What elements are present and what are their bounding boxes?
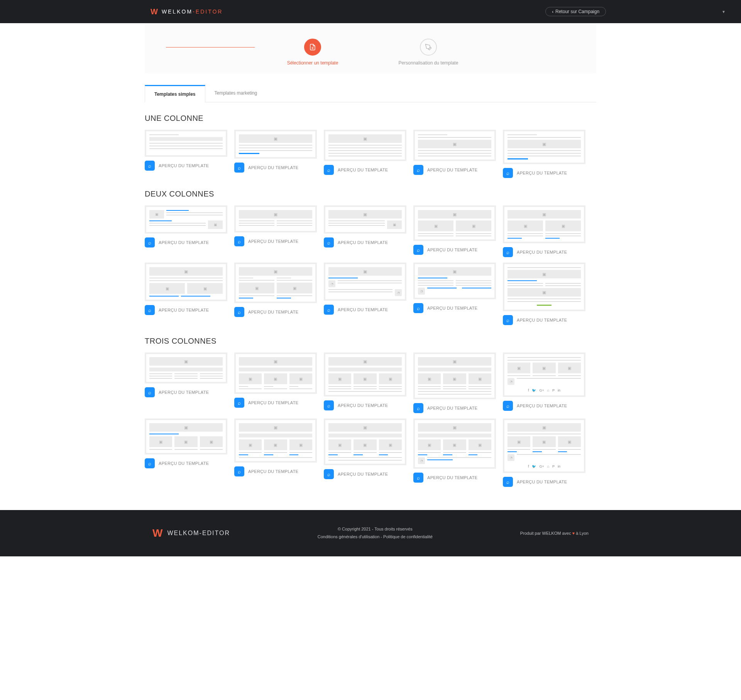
preview-label[interactable]: APERÇU DU TEMPLATE bbox=[248, 400, 298, 405]
preview-button[interactable]: ⌕ bbox=[413, 165, 423, 175]
template-thumbnail[interactable]: ▣ ▣ bbox=[503, 263, 585, 311]
preview-button[interactable]: ⌕ bbox=[234, 398, 244, 408]
preview-button[interactable]: ⌕ bbox=[145, 458, 155, 468]
preview-label[interactable]: APERÇU DU TEMPLATE bbox=[427, 306, 477, 310]
preview-button[interactable]: ⌕ bbox=[145, 387, 155, 397]
image-placeholder-icon: ▣ bbox=[328, 267, 402, 276]
template-thumbnail[interactable]: ▣ ▣▣▣ bbox=[324, 419, 406, 465]
template-thumbnail[interactable]: ▣ ◔ bbox=[413, 263, 496, 299]
image-placeholder-icon: ▣ bbox=[239, 267, 312, 276]
template-thumbnail[interactable]: ▣ bbox=[234, 205, 317, 232]
template-thumbnail[interactable]: ▣ bbox=[413, 130, 496, 161]
template-thumbnail[interactable]: ▣ ▣ bbox=[324, 205, 406, 234]
template-thumbnail[interactable]: ▣ ▣▣▣ ◔ f🐦G+⌂Pin bbox=[503, 419, 585, 473]
preview-button[interactable]: ⌕ bbox=[324, 237, 334, 247]
preview-button[interactable]: ⌕ bbox=[324, 165, 334, 175]
preview-label[interactable]: APERÇU DU TEMPLATE bbox=[159, 308, 209, 312]
image-placeholder-icon: ▣ bbox=[354, 439, 376, 450]
tab-templates-marketing[interactable]: Templates marketing bbox=[205, 85, 267, 102]
preview-button[interactable]: ⌕ bbox=[413, 403, 423, 413]
template-thumbnail[interactable]: ▣ bbox=[503, 130, 585, 164]
preview-label[interactable]: APERÇU DU TEMPLATE bbox=[517, 318, 567, 322]
image-placeholder-icon: ▣ bbox=[208, 220, 223, 229]
app-header: W WELKOM-EDITOR ‹‹ Retour sur Campaign ▼ bbox=[0, 0, 741, 23]
footer-privacy-link[interactable]: Politique de confidentialité bbox=[383, 534, 433, 539]
preview-button[interactable]: ⌕ bbox=[503, 168, 513, 178]
template-thumbnail[interactable]: ▣ ▣▣ bbox=[145, 263, 227, 301]
template-thumbnail[interactable]: ▣ bbox=[234, 130, 317, 159]
preview-label[interactable]: APERÇU DU TEMPLATE bbox=[159, 461, 209, 466]
preview-button[interactable]: ⌕ bbox=[145, 305, 155, 315]
preview-label[interactable]: APERÇU DU TEMPLATE bbox=[338, 403, 388, 408]
preview-button[interactable]: ⌕ bbox=[324, 469, 334, 479]
avatar-icon: ◔ bbox=[508, 454, 514, 461]
tab-templates-simples[interactable]: Templates simples bbox=[145, 85, 205, 102]
image-placeholder-icon: ▣ bbox=[239, 423, 312, 432]
preview-label[interactable]: APERÇU DU TEMPLATE bbox=[338, 168, 388, 172]
template-thumbnail[interactable]: ▣ ▣▣ bbox=[234, 263, 317, 303]
preview-button[interactable]: ⌕ bbox=[413, 245, 423, 255]
preview-label[interactable]: APERÇU DU TEMPLATE bbox=[248, 469, 298, 474]
preview-label[interactable]: APERÇU DU TEMPLATE bbox=[248, 165, 298, 170]
template-thumbnail[interactable]: ▣ ▣▣▣ bbox=[234, 419, 317, 463]
footer-terms-link[interactable]: Conditions générales d'utilisation bbox=[318, 534, 379, 539]
preview-button[interactable]: ⌕ bbox=[503, 315, 513, 325]
template-thumbnail[interactable] bbox=[145, 130, 227, 157]
preview-label[interactable]: APERÇU DU TEMPLATE bbox=[517, 480, 567, 484]
template-thumbnail[interactable]: ▣ bbox=[145, 353, 227, 383]
return-campaign-button[interactable]: ‹‹ Retour sur Campaign bbox=[545, 7, 606, 16]
preview-button[interactable]: ⌕ bbox=[145, 161, 155, 171]
preview-button[interactable]: ⌕ bbox=[324, 305, 334, 315]
template-thumbnail[interactable]: ▣ bbox=[324, 130, 406, 161]
preview-label[interactable]: APERÇU DU TEMPLATE bbox=[427, 475, 477, 480]
preview-button[interactable]: ⌕ bbox=[234, 466, 244, 476]
image-placeholder-icon: ▣ bbox=[418, 439, 441, 450]
template-card: ▣ ▣▣▣ ⌕ APERÇU DU TEMPLATE bbox=[413, 353, 496, 413]
preview-label[interactable]: APERÇU DU TEMPLATE bbox=[159, 163, 209, 168]
preview-button[interactable]: ⌕ bbox=[413, 473, 423, 483]
preview-button[interactable]: ⌕ bbox=[503, 477, 513, 487]
image-placeholder-icon: ▣ bbox=[200, 436, 223, 447]
template-thumbnail[interactable]: ▣ ▣ bbox=[145, 205, 227, 234]
preview-label[interactable]: APERÇU DU TEMPLATE bbox=[517, 403, 567, 408]
template-thumbnail[interactable]: ▣ ▣▣ bbox=[413, 205, 496, 241]
preview-label[interactable]: APERÇU DU TEMPLATE bbox=[248, 310, 298, 314]
preview-label[interactable]: APERÇU DU TEMPLATE bbox=[427, 406, 477, 410]
template-thumbnail[interactable]: ▣▣▣ ◔ f🐦G+⌂Pin bbox=[503, 353, 585, 397]
search-icon: ⌕ bbox=[238, 309, 241, 315]
avatar-icon: ◔ bbox=[418, 288, 425, 295]
user-menu-dropdown[interactable]: ▼ bbox=[722, 10, 726, 14]
preview-button[interactable]: ⌕ bbox=[234, 307, 244, 317]
preview-button[interactable]: ⌕ bbox=[145, 237, 155, 247]
preview-label[interactable]: APERÇU DU TEMPLATE bbox=[517, 171, 567, 175]
preview-button[interactable]: ⌕ bbox=[234, 163, 244, 173]
template-thumbnail[interactable]: ▣ ▣▣▣ bbox=[145, 419, 227, 454]
app-footer: W WELKOM-EDITOR © Copyright 2021 - Tous … bbox=[0, 510, 741, 556]
preview-button[interactable]: ⌕ bbox=[503, 401, 513, 411]
preview-label[interactable]: APERÇU DU TEMPLATE bbox=[338, 472, 388, 476]
preview-button[interactable]: ⌕ bbox=[503, 247, 513, 257]
preview-button[interactable]: ⌕ bbox=[234, 236, 244, 246]
template-thumbnail[interactable]: ▣ ▣▣▣ bbox=[234, 353, 317, 394]
preview-label[interactable]: APERÇU DU TEMPLATE bbox=[159, 390, 209, 395]
template-thumbnail[interactable]: ▣ ▣▣ bbox=[503, 205, 585, 243]
template-thumbnail[interactable]: ▣ ▣▣▣ ◔ bbox=[413, 419, 496, 469]
image-placeholder-icon: ▣ bbox=[508, 220, 543, 231]
avatar-icon: ◔ bbox=[418, 457, 425, 464]
template-thumbnail[interactable]: ▣ ▣▣▣ bbox=[413, 353, 496, 399]
template-card: ▣ ▣▣▣ ⌕ APERÇU DU TEMPLATE bbox=[234, 419, 317, 487]
preview-label[interactable]: APERÇU DU TEMPLATE bbox=[248, 239, 298, 244]
template-card: ▣ ◔ ◔ ⌕ APERÇU DU TEMPLATE bbox=[324, 263, 406, 325]
preview-label[interactable]: APERÇU DU TEMPLATE bbox=[427, 247, 477, 252]
preview-label[interactable]: APERÇU DU TEMPLATE bbox=[159, 240, 209, 245]
preview-label[interactable]: APERÇU DU TEMPLATE bbox=[517, 250, 567, 254]
preview-label[interactable]: APERÇU DU TEMPLATE bbox=[338, 307, 388, 312]
template-card: ▣ ▣▣▣ ◔ f🐦G+⌂Pin ⌕ APERÇU DU TEMPLATE bbox=[503, 419, 585, 487]
template-thumbnail[interactable]: ▣ ◔ ◔ bbox=[324, 263, 406, 301]
preview-label[interactable]: APERÇU DU TEMPLATE bbox=[338, 240, 388, 245]
preview-button[interactable]: ⌕ bbox=[413, 303, 423, 313]
template-card: ⌕ APERÇU DU TEMPLATE bbox=[145, 130, 227, 178]
preview-label[interactable]: APERÇU DU TEMPLATE bbox=[427, 168, 477, 172]
template-thumbnail[interactable]: ▣ ▣▣▣ bbox=[324, 353, 406, 397]
preview-button[interactable]: ⌕ bbox=[324, 400, 334, 410]
